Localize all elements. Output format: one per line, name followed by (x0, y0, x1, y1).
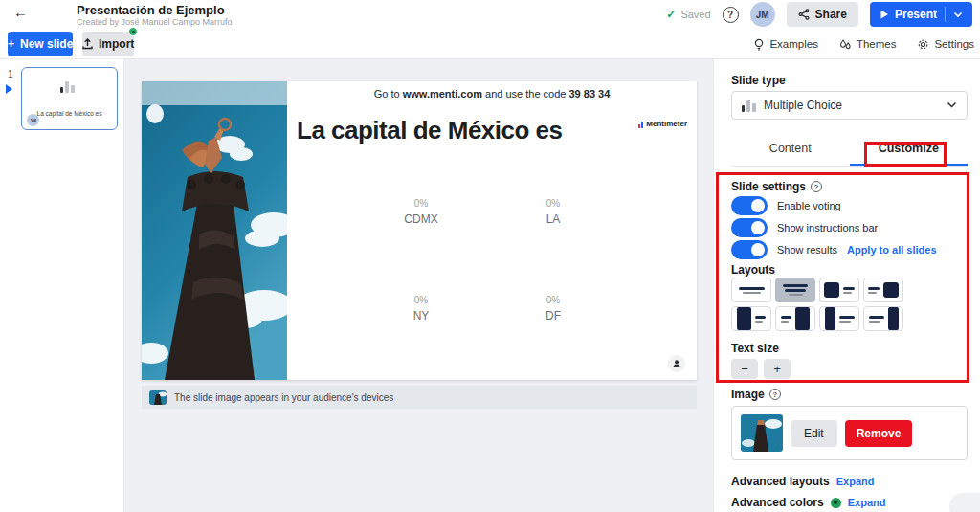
mentimeter-logo-icon (638, 122, 644, 128)
layout-image-right-square[interactable] (863, 278, 903, 302)
upload-icon (82, 38, 93, 50)
show-instructions-toggle[interactable] (731, 218, 768, 237)
import-button[interactable]: Import (82, 32, 134, 56)
thumbnail-avatar: JM (27, 114, 39, 126)
option-label: LA (496, 212, 611, 226)
show-results-toggle[interactable] (731, 240, 768, 259)
check-icon: ✓ (666, 8, 676, 21)
slide-number: 1 (8, 69, 13, 79)
option-label: NY (364, 309, 479, 323)
examples-button[interactable]: Examples (753, 38, 818, 51)
premium-feature-icon (831, 498, 841, 508)
new-slide-label: New slide (20, 37, 73, 51)
drops-icon (839, 38, 852, 51)
mentimeter-logo: Mentimeter (638, 120, 687, 128)
layout-image-left-square[interactable] (819, 278, 859, 302)
instruction-overlay (142, 81, 287, 105)
instruction-url: www.menti.com (403, 88, 482, 100)
back-icon[interactable]: ← (13, 4, 28, 20)
settings-panel: Slide type Multiple Choice Content Custo… (713, 59, 980, 512)
advanced-layouts-label: Advanced layouts (731, 475, 830, 488)
image-label: Image (731, 388, 765, 401)
edit-image-button[interactable]: Edit (791, 420, 837, 447)
option-percent: 0% (364, 198, 479, 209)
share-label: Share (815, 8, 847, 21)
advanced-layouts-expand-link[interactable]: Expand (836, 476, 875, 487)
join-instruction: Go to www.menti.com and use the code 39 … (287, 88, 697, 100)
settings-button[interactable]: Settings (917, 38, 974, 51)
show-instructions-label: Show instructions bar (777, 222, 878, 234)
option-percent: 0% (496, 295, 611, 305)
instruction-middle: and use the code (482, 88, 569, 100)
instruction-prefix: Go to (374, 88, 403, 100)
slide-thumbnail[interactable]: La capital de México es JM (21, 67, 118, 130)
floating-widget[interactable] (949, 493, 980, 512)
instruction-code: 39 83 34 (568, 88, 610, 100)
show-results-label: Show results (777, 244, 837, 256)
layout-text-center-selected[interactable] (775, 278, 815, 302)
present-button[interactable]: Present (870, 2, 972, 27)
tab-customize[interactable]: Customize (850, 142, 969, 166)
user-avatar[interactable]: JM (750, 2, 775, 27)
advanced-colors-expand-link[interactable]: Expand (848, 497, 886, 508)
option-la: 0% LA (496, 198, 611, 226)
info-icon[interactable]: ? (769, 389, 781, 400)
settings-label: Settings (934, 38, 974, 50)
share-button[interactable]: Share (787, 2, 858, 27)
themes-button[interactable]: Themes (839, 38, 897, 51)
help-icon[interactable]: ? (723, 7, 739, 23)
option-df: 0% DF (496, 295, 611, 323)
enable-voting-label: Enable voting (777, 200, 841, 211)
present-label: Present (895, 8, 937, 21)
image-thumbnail[interactable] (741, 414, 783, 452)
gear-icon (917, 38, 929, 51)
plus-icon: + (8, 37, 14, 51)
presentation-author: Created by José Manuel Campo Marrufo (77, 17, 233, 27)
enable-voting-toggle[interactable] (731, 196, 768, 215)
slide-type-dropdown[interactable]: Multiple Choice (731, 91, 968, 120)
text-size-decrease-button[interactable]: − (731, 359, 758, 379)
chevron-down-icon (947, 101, 957, 109)
slide-type-label: Slide type (731, 74, 786, 87)
layout-image-left-strip[interactable] (819, 306, 859, 331)
remove-image-button[interactable]: Remove (845, 420, 913, 447)
app-header: ← Presentación de Ejemplo Created by Jos… (0, 0, 980, 29)
caption-text: The slide image appears in your audience… (174, 392, 393, 403)
image-box: Edit Remove (731, 406, 968, 460)
layout-image-right-strip[interactable] (863, 306, 903, 331)
slide-canvas[interactable]: Go to www.menti.com and use the code 39 … (142, 81, 697, 380)
layout-image-left-half[interactable] (731, 306, 771, 331)
option-ny: 0% NY (364, 295, 479, 323)
slide-toolbar: + New slide Import Examples Themes Setti… (0, 29, 980, 59)
option-percent: 0% (364, 295, 479, 305)
layout-text-top[interactable] (731, 278, 771, 302)
mentimeter-logo-text: Mentimeter (646, 120, 687, 128)
slide-settings-label: Slide settings (731, 180, 806, 193)
layouts-title: Layouts (731, 263, 775, 277)
layout-image-right-half[interactable] (775, 306, 815, 331)
slide-type-value: Multiple Choice (764, 99, 842, 112)
play-icon (880, 10, 889, 19)
themes-label: Themes (857, 38, 897, 50)
presentation-title[interactable]: Presentación de Ejemplo (77, 3, 225, 17)
panel-tabs: Content Customize (731, 142, 968, 167)
multiple-choice-icon (742, 100, 756, 112)
chevron-down-icon[interactable] (953, 11, 963, 18)
share-icon (798, 9, 810, 20)
saved-label: Saved (680, 9, 710, 20)
option-label: DF (496, 309, 611, 323)
option-percent: 0% (496, 198, 611, 209)
play-from-slide-icon[interactable] (6, 84, 12, 94)
option-cdmx: 0% CDMX (364, 198, 479, 226)
participants-icon[interactable] (668, 355, 685, 372)
image-section-title: Image ? (731, 388, 781, 401)
lightbulb-icon (753, 38, 765, 51)
examples-label: Examples (769, 38, 818, 50)
apply-all-slides-link[interactable]: Apply to all slides (847, 244, 937, 256)
tab-content[interactable]: Content (731, 142, 850, 166)
slide-question-title[interactable]: La capital de México es (297, 116, 563, 145)
new-slide-button[interactable]: + New slide (8, 32, 73, 56)
info-icon[interactable]: ? (811, 181, 822, 192)
text-size-increase-button[interactable]: + (764, 359, 791, 379)
slide-settings-title: Slide settings ? (731, 180, 822, 193)
